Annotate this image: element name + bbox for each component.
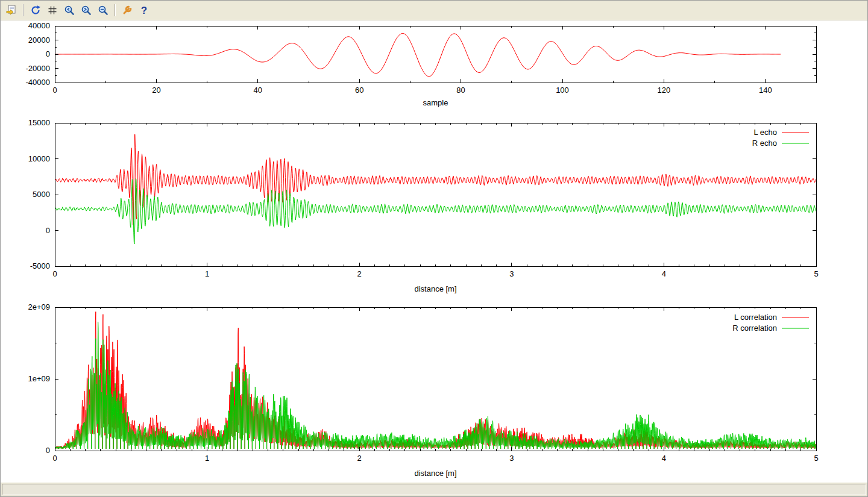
svg-text:2e+09: 2e+09 xyxy=(28,302,50,311)
svg-text:5: 5 xyxy=(814,454,818,463)
svg-text:0: 0 xyxy=(52,269,57,278)
svg-text:40: 40 xyxy=(254,86,262,95)
zoom-next-button[interactable] xyxy=(78,2,94,18)
svg-text:R echo: R echo xyxy=(752,139,777,148)
echo-plot[interactable]: 012345-5000050001000015000distance [m]L … xyxy=(1,114,867,300)
svg-text:4: 4 xyxy=(662,269,666,278)
svg-text:-40000: -40000 xyxy=(26,78,50,87)
svg-text:5: 5 xyxy=(814,269,818,278)
autoscale-button[interactable] xyxy=(95,2,111,18)
svg-text:R correlation: R correlation xyxy=(732,324,777,333)
help-button[interactable]: ? xyxy=(136,2,152,18)
plot-area: 020406080100120140-40000-200000200004000… xyxy=(1,20,867,483)
svg-text:20000: 20000 xyxy=(28,36,50,45)
svg-text:140: 140 xyxy=(759,86,772,95)
svg-text:3: 3 xyxy=(509,454,514,463)
svg-text:120: 120 xyxy=(658,86,671,95)
svg-text:15000: 15000 xyxy=(28,118,50,127)
copy-to-clipboard-button[interactable] xyxy=(4,2,19,18)
correlation-plot[interactable]: 01234501e+092e+09distance [m]L correlati… xyxy=(1,300,867,483)
svg-text:60: 60 xyxy=(355,86,363,95)
signal-plot[interactable]: 020406080100120140-40000-200000200004000… xyxy=(1,20,867,114)
zoom-previous-button[interactable] xyxy=(61,2,77,18)
svg-text:distance [m]: distance [m] xyxy=(414,284,456,293)
help-icon: ? xyxy=(141,5,147,16)
svg-text:-5000: -5000 xyxy=(30,261,50,270)
wrench-icon xyxy=(121,4,133,16)
svg-text:20: 20 xyxy=(152,86,160,95)
svg-text:1: 1 xyxy=(205,269,209,278)
svg-text:1e+09: 1e+09 xyxy=(28,374,50,383)
gnuplot-window: ? 020406080100120140-40000-2000002000040… xyxy=(0,0,868,497)
svg-text:80: 80 xyxy=(456,86,465,95)
svg-text:4: 4 xyxy=(662,454,666,463)
svg-text:distance [m]: distance [m] xyxy=(414,469,456,478)
svg-text:10000: 10000 xyxy=(28,154,50,163)
replot-button[interactable] xyxy=(28,2,43,18)
svg-text:sample: sample xyxy=(423,98,448,107)
svg-text:40000: 40000 xyxy=(28,21,50,30)
status-text xyxy=(2,484,866,495)
svg-text:3: 3 xyxy=(509,269,514,278)
svg-text:0: 0 xyxy=(46,226,50,235)
svg-text:1: 1 xyxy=(205,454,209,463)
toolbar-separator xyxy=(115,4,116,16)
zoom-previous-icon xyxy=(63,4,75,16)
svg-text:L correlation: L correlation xyxy=(734,313,777,322)
svg-text:L echo: L echo xyxy=(753,128,777,137)
svg-text:2: 2 xyxy=(357,269,362,278)
svg-text:-20000: -20000 xyxy=(26,64,50,73)
svg-text:2: 2 xyxy=(357,454,362,463)
svg-text:0: 0 xyxy=(52,454,57,463)
svg-text:5000: 5000 xyxy=(33,190,50,199)
svg-text:100: 100 xyxy=(556,86,569,95)
replot-icon xyxy=(30,4,42,16)
toolbar: ? xyxy=(1,1,867,20)
configure-button[interactable] xyxy=(119,2,135,18)
status-bar xyxy=(1,483,867,496)
toolbar-separator xyxy=(23,4,24,16)
grid-icon xyxy=(46,4,58,16)
copy-clipboard-icon xyxy=(5,4,17,16)
svg-text:0: 0 xyxy=(46,446,50,455)
svg-text:0: 0 xyxy=(52,86,57,95)
autoscale-icon xyxy=(97,4,109,16)
zoom-next-icon xyxy=(80,4,92,16)
svg-text:0: 0 xyxy=(46,49,50,58)
toggle-grid-button[interactable] xyxy=(45,2,60,18)
